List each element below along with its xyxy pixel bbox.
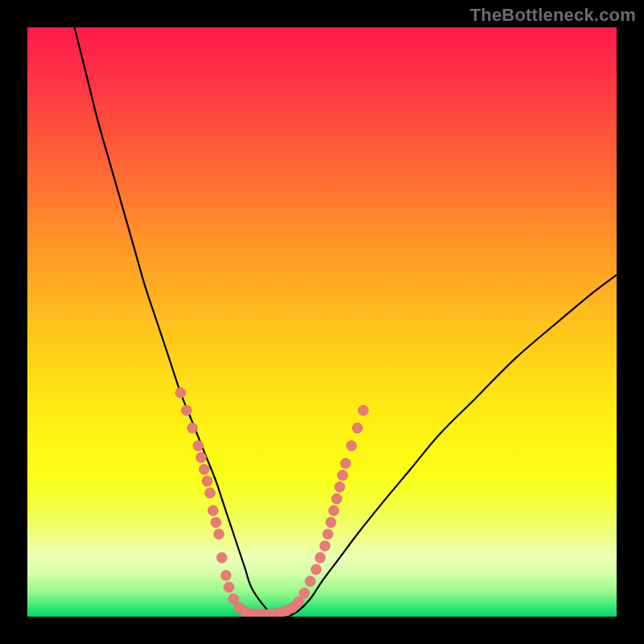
highlight-dot	[332, 493, 342, 504]
plot-area	[27, 27, 617, 617]
highlight-dot	[315, 552, 325, 563]
highlight-dot	[311, 564, 321, 575]
highlight-dot	[221, 570, 231, 580]
highlight-dot	[337, 470, 348, 481]
highlight-dot	[293, 597, 303, 607]
highlight-dot	[217, 552, 227, 563]
highlight-dot	[320, 541, 330, 551]
highlight-dot	[208, 506, 218, 516]
highlight-dot	[202, 476, 213, 486]
marker-layer	[175, 387, 369, 617]
highlight-dot	[211, 517, 221, 527]
highlight-dot	[224, 582, 234, 592]
highlight-dot	[187, 423, 197, 433]
highlight-dot	[323, 529, 333, 539]
highlight-dot	[352, 423, 362, 433]
highlight-dot	[328, 506, 339, 516]
highlight-dot	[299, 588, 310, 598]
chart-frame: TheBottleneck.com	[0, 0, 644, 644]
highlight-dot	[175, 387, 186, 398]
highlight-dot	[341, 458, 351, 469]
watermark-text: TheBottleneck.com	[470, 5, 636, 26]
highlight-dot	[204, 488, 215, 498]
curve-layer	[75, 27, 617, 617]
chart-svg	[27, 27, 617, 617]
highlight-dot	[193, 440, 204, 451]
highlight-dot	[305, 576, 316, 587]
bottleneck-curve	[75, 27, 617, 617]
highlight-dot	[213, 529, 224, 539]
highlight-dot	[346, 440, 357, 451]
highlight-dot	[325, 517, 336, 527]
highlight-dot	[334, 481, 345, 492]
highlight-dot	[358, 405, 369, 415]
highlight-dot	[199, 464, 209, 475]
highlight-dot	[229, 594, 239, 605]
highlight-dot	[181, 405, 192, 415]
highlight-dot	[196, 452, 206, 463]
